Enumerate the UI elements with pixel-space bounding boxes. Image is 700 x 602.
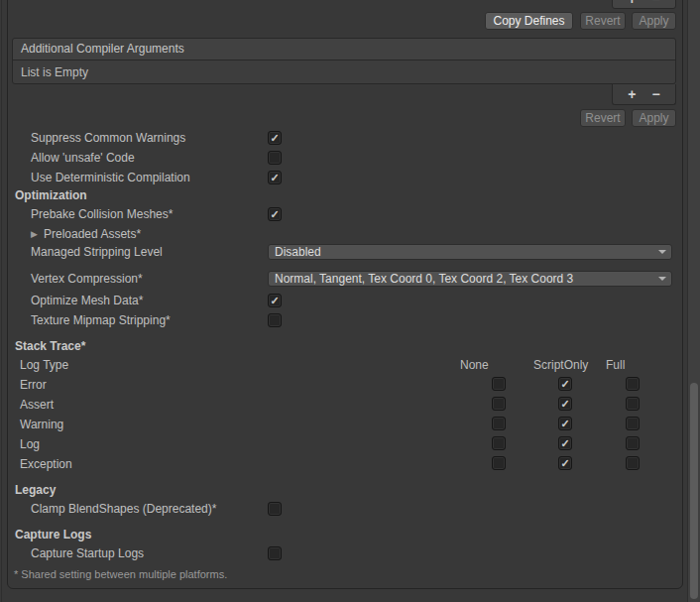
checkbox-exception-full[interactable] (626, 456, 640, 470)
chevron-down-icon (658, 277, 666, 281)
vertex-compression-dropdown[interactable]: Normal, Tangent, Tex Coord 0, Tex Coord … (268, 271, 672, 287)
dropdown-value: Disabled (275, 245, 321, 259)
setting-label-suppress-common-warnings: Suppress Common Warnings (31, 131, 185, 145)
checkbox-exception-none[interactable] (492, 456, 506, 470)
checkbox-warning-scriptonly[interactable] (558, 417, 572, 430)
copy-defines-button[interactable]: Copy Defines (485, 12, 573, 30)
checkbox-texture-mipmap-stripping[interactable] (268, 313, 282, 327)
list-header: Additional Compiler Arguments (13, 39, 675, 60)
checkbox-log-full[interactable] (626, 436, 640, 450)
scripting-defines-add-remove-box: + − (612, 0, 676, 9)
checkbox-log-scriptonly[interactable] (558, 436, 572, 450)
stack-trace-row-warning: Warning (20, 418, 63, 431)
column-header-scriptonly: ScriptOnly (533, 358, 588, 372)
remove-icon[interactable]: − (652, 87, 660, 101)
revert-button[interactable]: Revert (580, 12, 626, 30)
checkbox-clamp-blendshapes[interactable] (268, 502, 282, 516)
checkbox-error-full[interactable] (626, 377, 640, 391)
section-header-capture-logs: Capture Logs (15, 528, 91, 542)
apply-button-2[interactable]: Apply (632, 109, 676, 127)
checkbox-allow-unsafe-code[interactable] (268, 151, 282, 165)
chevron-down-icon (658, 250, 666, 254)
stack-trace-row-assert: Assert (20, 398, 54, 412)
remove-icon[interactable]: − (652, 0, 660, 6)
checkbox-warning-none[interactable] (492, 417, 506, 430)
setting-label-texture-mipmap-stripping: Texture Mipmap Stripping* (31, 313, 171, 327)
setting-label-managed-stripping-level: Managed Stripping Level (31, 245, 163, 259)
stack-trace-row-log: Log (20, 437, 40, 451)
list-empty-row[interactable]: List is Empty (13, 60, 675, 84)
revert-button-2[interactable]: Revert (580, 109, 626, 127)
additional-compiler-arguments-list: Additional Compiler Arguments List is Em… (12, 38, 676, 84)
column-header-full: Full (606, 358, 625, 372)
checkbox-error-scriptonly[interactable] (558, 377, 572, 391)
section-header-stack-trace: Stack Trace* (15, 339, 85, 353)
checkbox-suppress-common-warnings[interactable] (268, 131, 282, 145)
shared-settings-footnote: * Shared setting between multiple platfo… (14, 568, 227, 580)
vertical-scrollbar[interactable] (687, 0, 700, 602)
scrollbar-thumb[interactable] (690, 383, 698, 599)
setting-label-prebake-collision-meshes: Prebake Collision Meshes* (31, 207, 173, 221)
section-header-optimization: Optimization (15, 188, 87, 202)
section-header-legacy: Legacy (15, 483, 56, 497)
checkbox-capture-startup-logs[interactable] (268, 546, 282, 560)
setting-label-deterministic-compilation: Use Deterministic Compilation (31, 171, 190, 184)
checkbox-exception-scriptonly[interactable] (558, 456, 572, 470)
setting-label-vertex-compression: Vertex Compression* (31, 272, 143, 286)
stack-trace-row-exception: Exception (20, 457, 72, 471)
checkbox-prebake-collision-meshes[interactable] (268, 207, 282, 221)
checkbox-log-none[interactable] (492, 436, 506, 450)
player-settings-panel: + − Copy Defines Revert Apply Additional… (0, 0, 700, 602)
checkbox-assert-full[interactable] (626, 397, 640, 411)
checkbox-assert-scriptonly[interactable] (558, 397, 572, 411)
setting-label-capture-startup-logs: Capture Startup Logs (31, 546, 144, 560)
compiler-args-add-remove-box: + − (612, 84, 676, 105)
window-edge-divider (1, 0, 2, 602)
add-icon[interactable]: + (628, 0, 636, 6)
dropdown-value: Normal, Tangent, Tex Coord 0, Tex Coord … (275, 272, 573, 286)
managed-stripping-level-dropdown[interactable]: Disabled (268, 244, 672, 260)
add-icon[interactable]: + (628, 87, 636, 101)
setting-label-allow-unsafe-code: Allow 'unsafe' Code (31, 151, 135, 165)
apply-button[interactable]: Apply (632, 12, 676, 30)
foldout-preloaded-assets[interactable]: Preloaded Assets* (44, 227, 141, 241)
setting-label-optimize-mesh-data: Optimize Mesh Data* (31, 294, 143, 307)
column-header-none: None (460, 358, 489, 372)
checkbox-optimize-mesh-data[interactable] (268, 294, 282, 307)
checkbox-assert-none[interactable] (492, 397, 506, 411)
checkbox-deterministic-compilation[interactable] (268, 171, 282, 184)
stack-trace-log-type-label: Log Type (20, 358, 68, 372)
foldout-arrow-icon[interactable]: ▶ (31, 227, 38, 241)
setting-label-clamp-blendshapes: Clamp BlendShapes (Deprecated)* (31, 502, 216, 516)
checkbox-warning-full[interactable] (626, 417, 640, 430)
checkbox-error-none[interactable] (492, 377, 506, 391)
stack-trace-row-error: Error (20, 378, 47, 392)
